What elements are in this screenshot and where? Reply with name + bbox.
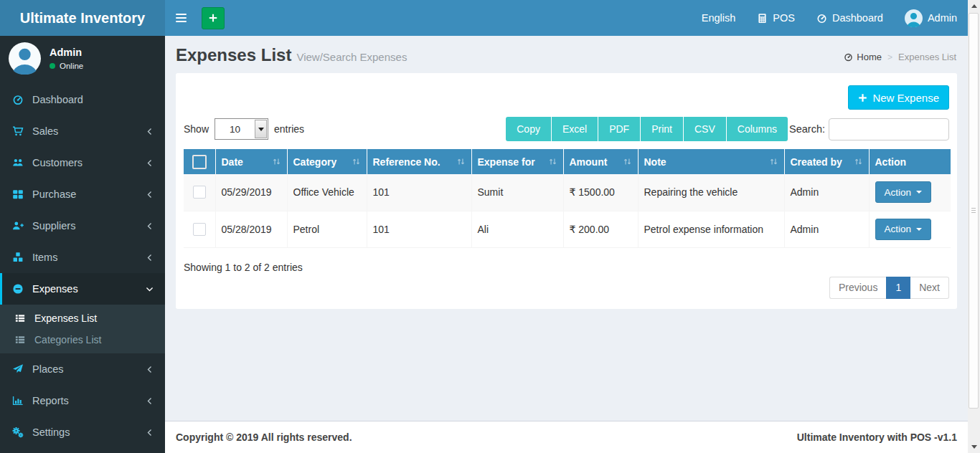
row-action-button[interactable]: Action	[875, 219, 932, 240]
table-row: 05/28/2019Petrol101Ali₹ 200.00Petrol exp…	[184, 211, 951, 247]
scrollbar-down-arrow[interactable]	[968, 441, 980, 453]
sort-icon	[352, 157, 361, 166]
pagination-page-1-button[interactable]: 1	[886, 277, 910, 299]
export-button-group: CopyExcelPDFPrintCSVColumns	[506, 117, 788, 141]
sidebar-item-suppliers[interactable]: Suppliers	[0, 210, 165, 242]
page-title: Expenses List	[176, 45, 291, 65]
cell-note: Petrol expense information	[638, 211, 784, 247]
column-label: Created by	[791, 156, 842, 168]
column-header-note[interactable]: Note	[638, 149, 784, 174]
pagination-next-button[interactable]: Next	[910, 277, 949, 299]
cell-checkbox	[184, 211, 215, 247]
caret-down-icon	[916, 191, 922, 196]
cell-amount: ₹ 200.00	[563, 211, 638, 247]
avatar-icon	[905, 9, 923, 27]
list-icon	[15, 335, 28, 345]
sidebar-item-cutoff[interactable]	[0, 448, 165, 453]
breadcrumb-home-label: Home	[857, 52, 882, 62]
column-header-created-by[interactable]: Created by	[784, 149, 869, 174]
sidebar-subitem-categories-list[interactable]: Categories List	[0, 329, 165, 351]
export-csv-button[interactable]: CSV	[683, 117, 726, 141]
right-controls: CopyExcelPDFPrintCSVColumns Search:	[506, 117, 949, 141]
cell-action: Action	[869, 174, 951, 211]
topnav-label: Dashboard	[832, 12, 883, 24]
pagination-previous-button[interactable]: Previous	[829, 277, 886, 299]
sidebar-item-label: Suppliers	[32, 219, 75, 233]
page-length-select[interactable]: 10	[215, 118, 268, 140]
cubes-icon	[11, 252, 25, 263]
breadcrumb-separator: >	[887, 52, 892, 62]
top-navbar: Ultimate Inventory EnglishPOSDashboardAd…	[0, 0, 968, 36]
action-label: Action	[885, 187, 912, 198]
column-header-expense-for[interactable]: Expense for	[471, 149, 563, 174]
export-columns-button[interactable]: Columns	[726, 117, 788, 141]
export-excel-button[interactable]: Excel	[551, 117, 598, 141]
cell-created-by: Admin	[784, 211, 869, 247]
column-label: Reference No.	[373, 156, 440, 168]
page-subtitle: View/Search Expenses	[296, 51, 407, 63]
column-label: Category	[293, 156, 337, 168]
sidebar-item-label: Expenses	[32, 282, 78, 296]
column-header-reference-no[interactable]: Reference No.	[367, 149, 471, 174]
sidebar-item-items[interactable]: Items	[0, 242, 165, 273]
sort-icon	[854, 157, 863, 166]
topnav-pos[interactable]: POS	[746, 0, 806, 36]
cart-icon	[11, 125, 25, 137]
export-print-button[interactable]: Print	[640, 117, 683, 141]
sidebar-item-reports[interactable]: Reports	[0, 385, 165, 416]
select-all-checkbox[interactable]	[192, 155, 207, 169]
table-controls: Show 10 entries CopyExcelPDFPrintCSVColu…	[184, 117, 949, 141]
quick-add-button[interactable]	[202, 7, 225, 29]
sidebar-item-customers[interactable]: Customers	[0, 147, 165, 178]
cell-reference-no: 101	[367, 174, 471, 211]
topnav-dashboard[interactable]: Dashboard	[806, 0, 894, 36]
sidebar-toggle-button[interactable]	[165, 0, 197, 36]
select-dropdown-arrow-icon	[255, 120, 267, 138]
page-scrollbar[interactable]	[968, 0, 980, 453]
sidebar-item-expenses[interactable]: Expenses	[0, 273, 165, 305]
new-expense-button[interactable]: New Expense	[848, 85, 949, 110]
column-header-date[interactable]: Date	[215, 149, 287, 174]
topnav-english[interactable]: English	[691, 0, 747, 36]
sidebar-subitem-expenses-list[interactable]: Expenses List	[0, 307, 165, 329]
search-label: Search:	[789, 123, 825, 135]
topnav-admin[interactable]: Admin	[894, 0, 968, 36]
row-checkbox[interactable]	[193, 186, 206, 199]
scrollbar-up-arrow[interactable]	[968, 0, 980, 12]
cell-expense-for: Ali	[471, 211, 563, 247]
column-header-action[interactable]: Action	[869, 149, 951, 174]
sidebar-item-sales[interactable]: Sales	[0, 115, 165, 147]
user-plus-icon	[11, 220, 25, 232]
sidebar-item-settings[interactable]: Settings	[0, 416, 165, 448]
sidebar-user-panel: Admin Online	[0, 36, 165, 81]
breadcrumb: Home > Expenses List	[844, 52, 956, 62]
breadcrumb-current: Expenses List	[898, 52, 956, 62]
show-label: Show	[184, 123, 209, 135]
scrollbar-thumb[interactable]	[969, 13, 979, 409]
user-name: Admin	[50, 47, 83, 58]
user-status[interactable]: Online	[50, 62, 83, 70]
sidebar-item-label: Dashboard	[32, 92, 83, 107]
export-copy-button[interactable]: Copy	[506, 117, 551, 141]
sidebar-item-dashboard[interactable]: Dashboard	[0, 84, 165, 115]
export-pdf-button[interactable]: PDF	[598, 117, 640, 141]
sort-icon	[456, 157, 466, 166]
sidebar-item-places[interactable]: Places	[0, 353, 165, 385]
cell-date: 05/29/2019	[215, 174, 287, 211]
sidebar-item-purchase[interactable]: Purchase	[0, 178, 165, 210]
chevron-left-icon	[145, 428, 154, 437]
row-checkbox[interactable]	[193, 223, 206, 236]
search-input[interactable]	[829, 118, 949, 140]
expenses-card: New Expense Show 10 entries CopyExcelPDF…	[176, 73, 957, 309]
sort-icon	[623, 157, 632, 166]
column-header-category[interactable]: Category	[287, 149, 367, 174]
breadcrumb-home-link[interactable]: Home	[844, 52, 882, 62]
sort-icon	[769, 157, 778, 166]
cell-expense-for: Sumit	[471, 174, 563, 211]
column-header-amount[interactable]: Amount	[563, 149, 638, 174]
app-window: Ultimate Inventory EnglishPOSDashboardAd…	[0, 0, 980, 453]
footer-version: Ultimate Inventory with POS -v1.1	[797, 431, 957, 443]
brand-logo[interactable]: Ultimate Inventory	[0, 0, 165, 36]
row-action-button[interactable]: Action	[875, 181, 932, 203]
bar-chart-icon	[11, 395, 25, 406]
